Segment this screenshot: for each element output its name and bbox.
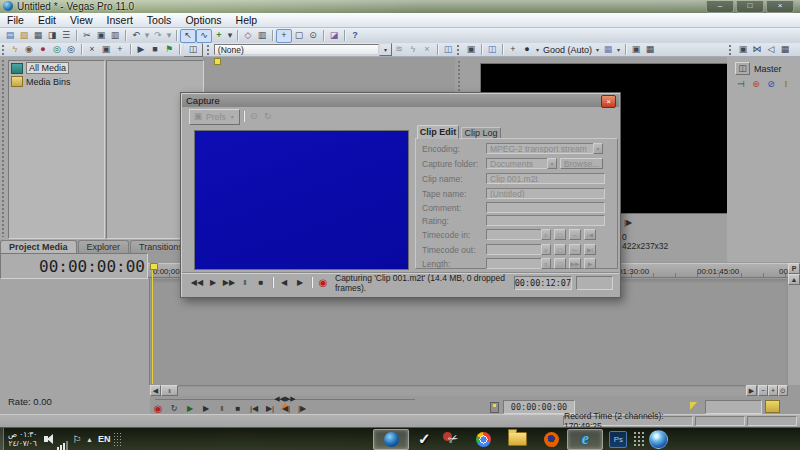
length-a-icon[interactable]: ▢ (554, 258, 566, 269)
taskbar-firefox-icon[interactable] (535, 429, 567, 450)
render-as-icon[interactable]: ◨ (45, 30, 59, 42)
scrollbar-thumb[interactable]: ‖ (161, 385, 178, 396)
new-project-icon[interactable]: ▤ (3, 30, 17, 42)
envelope-edit-tool-icon[interactable]: ∿ (196, 29, 212, 43)
length-field[interactable] (486, 258, 542, 269)
mixer-downmix-icon[interactable]: ◁ (764, 44, 778, 56)
external-monitor-icon[interactable]: ◫ (485, 44, 499, 56)
views-button-icon[interactable]: ◫ (183, 43, 203, 57)
capture-play-icon[interactable]: ▶ (205, 277, 221, 289)
capture-rewind-icon[interactable]: ◀◀ (189, 277, 205, 289)
extract-audio-icon[interactable]: ● (36, 44, 50, 56)
plugin-bolt-icon[interactable]: ϟ (406, 44, 420, 56)
capture-record-icon[interactable]: ◉ (315, 277, 331, 289)
zoom-in-icon[interactable]: + (768, 385, 778, 396)
help-icon[interactable]: ? (348, 30, 362, 42)
region-tag-icon[interactable] (690, 402, 697, 410)
timeline-time-display[interactable]: 00:00:00:00 (0, 253, 148, 279)
menu-tools[interactable]: Tools (140, 14, 179, 26)
properties-icon[interactable]: ☰ (59, 30, 73, 42)
mixer-insert-icon[interactable]: ▣ (736, 44, 750, 56)
plugin-chain-icon[interactable]: ≋ (392, 44, 406, 56)
video-output-icon[interactable]: ◫ (441, 44, 455, 56)
capture-prev-icon[interactable]: ◀ (276, 277, 292, 289)
tab-clip-edit[interactable]: Clip Edit (417, 125, 459, 139)
taskbar-explorer-icon[interactable] (499, 429, 535, 450)
capture-pause-icon[interactable]: ‖ (237, 277, 253, 289)
master-bus-icon[interactable]: ◫ (735, 62, 750, 75)
drag-handle[interactable] (456, 44, 461, 56)
drag-handle[interactable] (206, 44, 211, 56)
taskbar-vegas-button[interactable] (373, 429, 409, 450)
prefs-button[interactable]: ▣ Prefs ▾ (189, 109, 240, 125)
track-properties-button[interactable]: P (788, 263, 800, 274)
maximize-button[interactable]: □ (736, 1, 764, 13)
drag-handle[interactable] (728, 44, 733, 56)
horizontal-scrollbar[interactable]: ◀ ‖ ▶ (150, 385, 757, 396)
tab-explorer[interactable]: Explorer (78, 240, 130, 253)
comment-field[interactable] (486, 202, 605, 213)
network-icon[interactable] (55, 429, 70, 450)
length-c-icon[interactable]: ▶ (584, 258, 596, 269)
magnify-tool-icon[interactable]: ⊙ (306, 30, 320, 42)
tree-item-media-bins[interactable]: Media Bins (9, 75, 104, 88)
taskbar-ie-button[interactable]: e (567, 429, 603, 450)
paste-icon[interactable]: ▥ (108, 30, 122, 42)
tc-in-mark-icon[interactable]: ⌐ (569, 229, 581, 240)
overlay-dropdown-icon[interactable]: ▾ (615, 44, 622, 56)
menu-view[interactable]: View (63, 14, 100, 26)
timecode-in-field[interactable] (486, 229, 542, 240)
tc-out-set-icon[interactable]: ▢ (554, 244, 566, 255)
length-spinner[interactable]: ≡ (541, 258, 551, 269)
timecode-out-spinner[interactable]: ≡ (541, 244, 551, 255)
taskbar-clock[interactable]: ٠١:٣٠ ص ٢٤/٠٧/٠٦ (8, 430, 37, 448)
length-b-icon[interactable]: ▶▶ (569, 258, 581, 269)
solo-icon[interactable]: ! (780, 78, 792, 90)
taskbar-pinned-grid-icon[interactable] (633, 431, 645, 448)
copy-frame-icon[interactable]: ▣ (629, 44, 643, 56)
tray-expand-icon[interactable]: ▲ (83, 429, 95, 450)
tape-name-field[interactable]: (Untitled) (486, 188, 605, 199)
mixer-io-icon[interactable]: ⋈ (750, 44, 764, 56)
redo-dropdown-icon[interactable]: ▾ (165, 30, 173, 42)
preview-stop-icon[interactable]: ■ (148, 44, 162, 56)
save-frame-icon[interactable]: ▦ (643, 44, 657, 56)
rating-field[interactable] (486, 215, 605, 226)
get-photo-icon[interactable]: ◉ (22, 44, 36, 56)
open-icon[interactable]: ▧ (17, 30, 31, 42)
preview-next-frame-icon[interactable]: |▶ (620, 217, 636, 229)
auto-preview-icon[interactable]: ⚑ (162, 44, 176, 56)
preview-project-icon[interactable]: ▣ (464, 44, 478, 56)
capture-video-icon[interactable]: ϟ (8, 44, 22, 56)
preview-play-icon[interactable]: ▶ (134, 44, 148, 56)
eraser-tool-icon[interactable]: ◪ (327, 30, 341, 42)
remove-media-icon[interactable]: × (85, 44, 99, 56)
selection-tool-icon[interactable]: + (276, 29, 292, 43)
overlay-grid-icon[interactable]: ▦ (601, 44, 615, 56)
tc-out-go-icon[interactable]: ▶| (584, 244, 596, 255)
region-tool-icon[interactable]: ▥ (255, 30, 269, 42)
menu-edit[interactable]: Edit (31, 14, 63, 26)
scroll-up-icon[interactable]: ▲ (788, 274, 800, 285)
snap-icon[interactable]: + (212, 30, 226, 42)
timecode-out-field[interactable] (486, 244, 542, 255)
undo-icon[interactable]: ↶ (129, 30, 143, 42)
media-properties-icon[interactable]: ▣ (99, 44, 113, 56)
quality-dropdown-icon[interactable]: ▾ (594, 44, 601, 56)
capture-ff-icon[interactable]: ▶▶ (221, 277, 237, 289)
snap-dropdown-icon[interactable]: ▾ (226, 30, 234, 42)
plugin-remove-icon[interactable]: × (420, 44, 434, 56)
capture-next-icon[interactable]: ▶ (292, 277, 308, 289)
menu-insert[interactable]: Insert (100, 14, 140, 26)
timecode-in-spinner[interactable]: ≡ (541, 229, 551, 240)
scroll-right-icon[interactable]: ▶ (746, 385, 757, 396)
scroll-left-icon[interactable]: ◀ (150, 385, 161, 396)
zoom-edit-tool-icon[interactable]: ▢ (292, 30, 306, 42)
preview-quality-label[interactable]: Good (Auto) (543, 45, 592, 55)
encoding-select[interactable]: MPEG-2 transport stream (486, 143, 594, 154)
refresh-device-icon[interactable]: ↻ (261, 111, 275, 123)
timeline-cursor-head[interactable] (150, 263, 158, 270)
plugin-selector-dropdown-icon[interactable]: ▾ (379, 43, 392, 56)
insert-fx-icon[interactable]: ⊣ (735, 78, 747, 90)
quality-caret-icon[interactable]: ▾ (534, 44, 541, 56)
